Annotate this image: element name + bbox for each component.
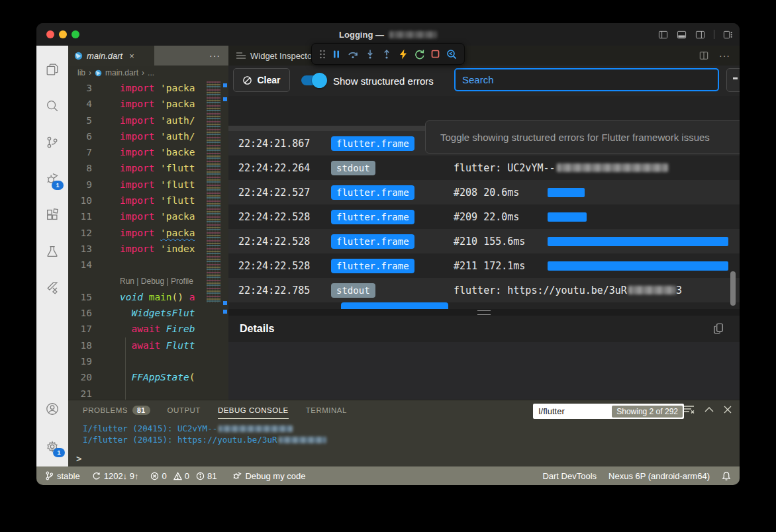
dart-devtools-status[interactable]: Dart DevTools [542, 471, 597, 481]
debug-config-status[interactable]: Debug my code [232, 471, 305, 481]
step-out-icon[interactable] [381, 49, 392, 60]
log-row[interactable]: 22:24:22.527flutter.frame#208 20.6ms [228, 180, 740, 204]
log-row[interactable]: 22:24:22.528flutter.frame#210 155.6ms [228, 229, 740, 253]
toggle-panel-icon[interactable] [677, 30, 687, 40]
breadcrumb[interactable]: lib› main.dart› ... [68, 66, 228, 80]
sync-status[interactable]: 1202↓ 9↑ [92, 471, 139, 481]
toggle-secondary-sidebar-icon[interactable] [695, 30, 705, 40]
settings-badge: 1 [53, 448, 65, 457]
tab-debug-console[interactable]: DEBUG CONSOLE [218, 406, 289, 419]
code-token: await [131, 324, 166, 334]
search-input[interactable] [456, 74, 718, 85]
code-token: import [120, 228, 160, 238]
codelens-row: Run | Debug | Profile [68, 273, 228, 289]
log-search-box[interactable] [454, 68, 719, 91]
split-editor-icon[interactable] [699, 51, 708, 60]
sidebar-item-source-control[interactable] [36, 124, 68, 160]
codelens-label[interactable]: Run | Debug | Profile [103, 273, 193, 289]
bottom-panel: PROBLEMS 81 OUTPUT DEBUG CONSOLE TERMINA… [68, 400, 740, 466]
line-number: 3 [68, 80, 103, 96]
bell-icon[interactable] [722, 471, 731, 481]
dart-file-icon [74, 52, 83, 60]
code-token: main [149, 292, 172, 302]
line-number: 9 [68, 177, 103, 193]
log-message-text: #209 22.0ms [454, 211, 541, 223]
tab-terminal[interactable]: TERMINAL [306, 406, 347, 418]
line-number: 21 [68, 386, 103, 400]
structured-errors-toggle[interactable] [301, 75, 325, 85]
redacted-text [557, 163, 668, 172]
close-panel-icon[interactable] [724, 406, 732, 414]
problems-status[interactable]: 0 0 81 [150, 471, 220, 481]
branch-status[interactable]: stable [45, 471, 80, 481]
close-tab-icon[interactable]: × [129, 51, 134, 61]
more-editor-actions-icon[interactable]: ··· [209, 50, 220, 61]
step-into-icon[interactable] [365, 49, 375, 60]
code-token: WidgetsFlut [131, 308, 195, 318]
toggle-primary-sidebar-icon[interactable] [658, 30, 668, 40]
log-row[interactable]: 22:24:22.264stdoutflutter: UC2vYM-- [228, 155, 740, 180]
console-line: I/flutter (20415): https://youtu.be/3uR [83, 434, 326, 445]
console-filter-box[interactable]: Showing 2 of 292 [533, 404, 684, 419]
code-text: import 'backe [103, 144, 195, 160]
drag-grip-icon[interactable] [319, 50, 326, 59]
log-scrollbar-thumb[interactable] [730, 271, 736, 306]
copy-icon[interactable] [712, 322, 725, 335]
clear-button[interactable]: Clear [233, 68, 290, 92]
clear-console-icon[interactable] [683, 404, 695, 414]
filter-button-clipped[interactable] [726, 68, 740, 92]
tab-main-dart[interactable]: main.dart × [68, 46, 154, 66]
pause-icon[interactable] [332, 50, 341, 59]
sidebar-item-run-and-debug[interactable]: 1 [36, 160, 68, 197]
console-filter-input[interactable] [533, 406, 612, 416]
console-line: I/flutter (20415): UC2vYM-- [83, 423, 326, 434]
tab-output[interactable]: OUTPUT [168, 406, 201, 418]
console-text: I/flutter (20415): https://youtu.be/3uR [83, 434, 277, 445]
details-splitter[interactable] [228, 309, 740, 316]
code-line: 8import 'flutt [68, 160, 228, 176]
line-number: 12 [68, 225, 103, 241]
device-status[interactable]: Nexus 6P (android-arm64) [608, 471, 710, 481]
code-token: import [120, 83, 160, 93]
hot-reload-icon[interactable] [399, 49, 408, 60]
code-line: 3import 'packa [68, 80, 228, 96]
warning-icon [173, 472, 182, 480]
settings-button[interactable]: 1 [36, 427, 68, 466]
log-row[interactable]: 22:24:22.528flutter.frame#211 172.1ms [228, 253, 740, 278]
log-row[interactable]: 22:24:22.528flutter.frame#209 22.0ms [228, 204, 740, 229]
code-token: import [120, 211, 160, 222]
sidebar-item-search[interactable] [36, 87, 68, 124]
widget-inspector-panel: Widget Inspector ··· Clear Show structur… [228, 46, 740, 400]
tab-widget-inspector[interactable]: Widget Inspector [250, 51, 315, 61]
log-row[interactable]: 22:24:22.785stdoutflutter: https://youtu… [228, 278, 740, 302]
flutter-icon [45, 281, 60, 295]
clear-icon [242, 75, 252, 85]
more-actions-icon[interactable]: ··· [719, 50, 730, 61]
extensions-icon [45, 208, 60, 222]
code-token: 'flutt [160, 195, 195, 206]
widget-inspector-magnifier-icon[interactable] [446, 49, 457, 60]
step-over-icon[interactable] [348, 49, 358, 60]
code-token: void [120, 292, 143, 302]
line-number: 18 [68, 337, 103, 353]
code-token [120, 308, 131, 318]
tab-problems[interactable]: PROBLEMS 81 [83, 406, 150, 419]
sidebar-item-extensions[interactable] [36, 197, 68, 233]
collapse-panel-icon[interactable] [704, 406, 714, 412]
code-token: ( [189, 372, 195, 382]
minimap[interactable] [207, 81, 220, 303]
code-area[interactable]: 3import 'packa4import 'packa5import 'aut… [68, 80, 228, 400]
account-button[interactable] [36, 390, 68, 427]
code-token: 'index [160, 244, 195, 254]
code-text: import 'auth/ [103, 112, 195, 128]
sidebar-item-testing[interactable] [36, 233, 68, 269]
sidebar-item-flutter[interactable] [36, 269, 68, 306]
log-badge-partial [341, 302, 448, 309]
code-token: 'auth/ [160, 131, 195, 142]
sidebar-item-explorer[interactable] [36, 51, 68, 87]
log-kind-cell: flutter.frame [331, 259, 454, 273]
console-input-prompt[interactable]: > [76, 453, 81, 464]
customize-layout-icon[interactable] [723, 30, 733, 40]
restart-icon[interactable] [414, 49, 425, 60]
stop-icon[interactable] [431, 50, 440, 58]
